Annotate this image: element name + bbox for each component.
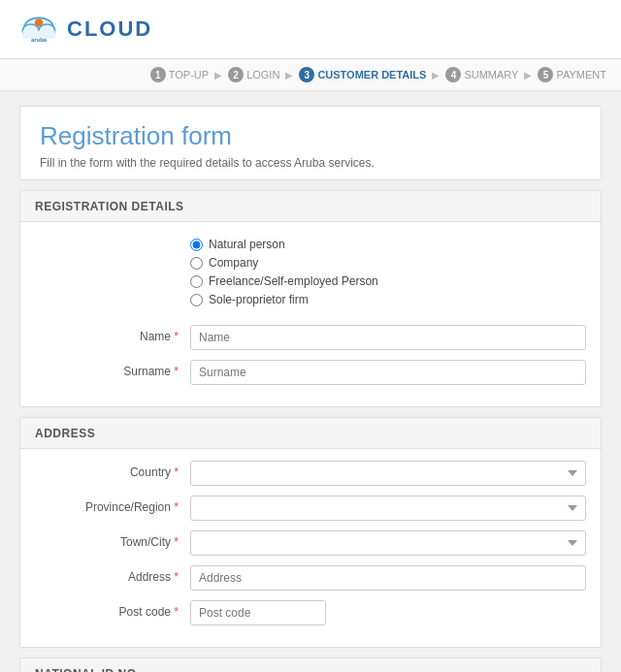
step-topup: 1 TOP-UP xyxy=(150,67,209,82)
address-section-header: ADDRESS xyxy=(20,418,601,449)
registration-section-body: Natural person Company Freelance/Self-em… xyxy=(20,222,601,406)
radio-company-label: Company xyxy=(209,256,258,270)
step-num-4: 4 xyxy=(445,67,461,82)
address-label: Address * xyxy=(35,565,190,584)
name-row: Name * xyxy=(35,325,586,350)
name-label: Name * xyxy=(35,325,190,343)
radio-freelance-label: Freelance/Self-employed Person xyxy=(209,274,378,288)
postcode-required: * xyxy=(174,605,179,619)
step-label-payment: PAYMENT xyxy=(556,69,606,80)
step-label-customer: CUSTOMER DETAILS xyxy=(317,69,426,80)
country-control xyxy=(190,461,586,486)
entity-type-options: Natural person Company Freelance/Self-em… xyxy=(190,234,586,315)
radio-natural-person[interactable]: Natural person xyxy=(190,238,586,251)
radio-freelance[interactable]: Freelance/Self-employed Person xyxy=(190,274,586,288)
national-id-section-title: NATIONAL ID NO. xyxy=(35,667,140,672)
address-control xyxy=(190,565,586,591)
entity-type-row: Natural person Company Freelance/Self-em… xyxy=(35,234,586,315)
form-card-header: Registration form Fill in the form with … xyxy=(20,107,601,179)
province-required: * xyxy=(174,500,179,514)
address-section-title: ADDRESS xyxy=(35,427,95,440)
step-label-topup: TOP-UP xyxy=(169,69,209,80)
svg-point-4 xyxy=(35,18,43,26)
step-label-login: LOGIN xyxy=(246,69,279,80)
postcode-label: Post code * xyxy=(35,600,190,619)
cloud-logo-icon: aruba xyxy=(15,10,63,48)
step-num-2: 2 xyxy=(228,67,244,82)
country-select[interactable] xyxy=(190,461,586,486)
main-content: Registration form Fill in the form with … xyxy=(0,91,621,672)
step-payment: 5 PAYMENT xyxy=(538,67,606,82)
postcode-row: Post code * xyxy=(35,600,586,625)
town-select[interactable] xyxy=(190,530,586,556)
province-control xyxy=(190,496,586,521)
arrow-1: ▶ xyxy=(214,70,222,80)
surname-input[interactable] xyxy=(190,360,586,385)
address-section-body: Country * Province/Region * xyxy=(20,449,601,647)
country-row: Country * xyxy=(35,461,586,486)
province-row: Province/Region * xyxy=(35,496,586,521)
province-select[interactable] xyxy=(190,496,586,521)
national-id-section-header: NATIONAL ID NO. xyxy=(20,658,601,672)
postcode-control xyxy=(190,600,586,625)
surname-label: Surname * xyxy=(35,360,190,378)
registration-section-title: REGISTRATION DETAILS xyxy=(35,200,184,213)
province-label: Province/Region * xyxy=(35,496,190,514)
name-control xyxy=(190,325,586,350)
step-label-summary: SUMMARY xyxy=(464,69,518,80)
form-title: Registration form xyxy=(40,121,581,151)
radio-natural-label: Natural person xyxy=(209,238,285,251)
header: aruba CLOUD xyxy=(0,0,621,59)
address-input[interactable] xyxy=(190,565,586,591)
town-control xyxy=(190,530,586,556)
step-customer-details: 3 CUSTOMER DETAILS xyxy=(299,67,426,82)
name-required: * xyxy=(174,330,179,343)
radio-freelance-input[interactable] xyxy=(190,275,203,288)
country-label: Country * xyxy=(35,461,190,479)
step-num-3: 3 xyxy=(299,67,314,82)
arrow-4: ▶ xyxy=(524,70,532,80)
address-required: * xyxy=(174,570,179,584)
surname-required: * xyxy=(174,365,179,378)
address-section: ADDRESS Country * Province/Region xyxy=(19,417,602,648)
radio-sole[interactable]: Sole-proprietor firm xyxy=(190,293,586,306)
registration-section: REGISTRATION DETAILS Natural person Comp… xyxy=(19,190,602,407)
radio-natural-input[interactable] xyxy=(190,239,203,251)
address-row: Address * xyxy=(35,565,586,591)
svg-text:aruba: aruba xyxy=(31,37,48,43)
form-subtitle: Fill in the form with the required detai… xyxy=(40,156,581,170)
step-login: 2 LOGIN xyxy=(228,67,279,82)
steps-bar: 1 TOP-UP ▶ 2 LOGIN ▶ 3 CUSTOMER DETAILS … xyxy=(0,59,621,91)
surname-control xyxy=(190,360,586,385)
radio-company[interactable]: Company xyxy=(190,256,586,270)
arrow-3: ▶ xyxy=(432,70,440,80)
form-title-card: Registration form Fill in the form with … xyxy=(19,106,602,180)
radio-sole-input[interactable] xyxy=(190,294,203,306)
step-num-1: 1 xyxy=(150,67,166,82)
name-input[interactable] xyxy=(190,325,586,350)
radio-company-input[interactable] xyxy=(190,257,203,270)
registration-section-header: REGISTRATION DETAILS xyxy=(20,191,601,222)
surname-row: Surname * xyxy=(35,360,586,385)
step-summary: 4 SUMMARY xyxy=(445,67,518,82)
town-row: Town/City * xyxy=(35,530,586,556)
entity-type-label xyxy=(35,234,190,239)
country-required: * xyxy=(174,465,179,479)
arrow-2: ▶ xyxy=(285,70,293,80)
national-id-section: NATIONAL ID NO. National ID No. * Calcul… xyxy=(19,657,602,672)
town-label: Town/City * xyxy=(35,530,190,549)
radio-sole-label: Sole-proprietor firm xyxy=(209,293,309,306)
postcode-input[interactable] xyxy=(190,600,326,625)
logo-area: aruba CLOUD xyxy=(15,10,152,48)
town-required: * xyxy=(174,535,179,549)
logo-text: CLOUD xyxy=(67,16,152,42)
step-num-5: 5 xyxy=(538,67,553,82)
